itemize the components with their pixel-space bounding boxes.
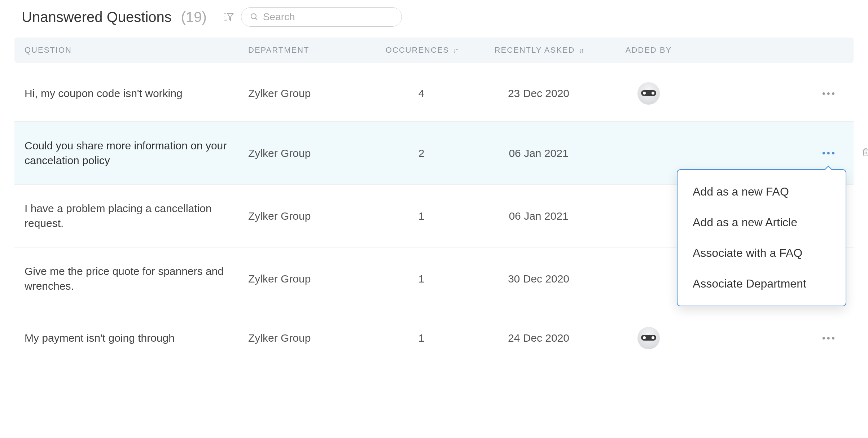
bot-avatar-icon [637, 82, 660, 105]
popover-item[interactable]: Associate with a FAQ [678, 238, 846, 268]
divider [215, 10, 215, 23]
search-icon [250, 13, 259, 21]
department-cell: Zylker Group [248, 273, 367, 285]
filter-icon[interactable] [223, 11, 234, 23]
sort-icon: ↓↑ [453, 46, 457, 54]
trash-icon[interactable] [861, 147, 868, 159]
svg-point-3 [251, 14, 256, 19]
department-cell: Zylker Group [248, 147, 367, 159]
col-recently-asked[interactable]: RECENTLY ASKED ↓↑ [475, 45, 602, 55]
col-question[interactable]: QUESTION [25, 45, 248, 55]
page-title: Unanswered Questions [22, 9, 172, 25]
popover-item[interactable]: Add as a new Article [678, 207, 846, 238]
more-actions-icon[interactable]: ••• [822, 148, 836, 159]
search-input[interactable] [263, 11, 393, 23]
sort-icon: ↓↑ [578, 46, 583, 54]
department-cell: Zylker Group [248, 87, 367, 100]
question-text: Give me the price quote for spanners and… [25, 264, 248, 293]
recently-asked-cell: 06 Jan 2021 [475, 210, 602, 222]
table-row[interactable]: Hi, my coupon code isn't workingZylker G… [14, 66, 854, 122]
recently-asked-cell: 23 Dec 2020 [475, 87, 602, 100]
col-added-by[interactable]: ADDED BY [602, 45, 696, 55]
row-actions: ••• [696, 333, 843, 344]
popover-item[interactable]: Associate Department [678, 268, 846, 299]
occurences-cell: 1 [367, 332, 475, 344]
question-text: Could you share more information on your… [25, 139, 248, 168]
page-count: (19) [181, 9, 207, 25]
department-cell: Zylker Group [248, 210, 367, 222]
question-text: I have a problem placing a cancellation … [25, 201, 248, 231]
popover-item[interactable]: Add as a new FAQ [678, 176, 846, 207]
question-text: My payment isn't going through [25, 331, 248, 346]
occurences-cell: 2 [367, 147, 475, 159]
recently-asked-cell: 06 Jan 2021 [475, 147, 602, 159]
bot-avatar-icon [637, 327, 660, 349]
occurences-cell: 4 [367, 87, 475, 100]
actions-popover: Add as a new FAQAdd as a new ArticleAsso… [677, 169, 846, 306]
col-department[interactable]: DEPARTMENT [248, 45, 367, 55]
table-header: QUESTION DEPARTMENT OCCURENCES ↓↑ RECENT… [14, 38, 854, 63]
col-recently-asked-label: RECENTLY ASKED [495, 45, 575, 55]
more-actions-icon[interactable]: ••• [822, 88, 836, 99]
added-by-cell [602, 327, 696, 349]
added-by-cell [602, 82, 696, 105]
recently-asked-cell: 30 Dec 2020 [475, 273, 602, 285]
row-actions: •••Add as a new FAQAdd as a new ArticleA… [696, 148, 843, 159]
search-box[interactable] [241, 7, 402, 27]
svg-line-4 [255, 18, 257, 20]
row-actions: ••• [696, 88, 843, 99]
table-row[interactable]: My payment isn't going throughZylker Gro… [14, 310, 854, 366]
table-row[interactable]: Could you share more information on your… [14, 122, 854, 185]
col-occurences[interactable]: OCCURENCES ↓↑ [367, 45, 475, 55]
more-actions-icon[interactable]: ••• [822, 333, 836, 344]
occurences-cell: 1 [367, 273, 475, 285]
col-occurences-label: OCCURENCES [386, 45, 449, 55]
department-cell: Zylker Group [248, 332, 367, 344]
recently-asked-cell: 24 Dec 2020 [475, 332, 602, 344]
occurences-cell: 1 [367, 210, 475, 222]
question-text: Hi, my coupon code isn't working [25, 86, 248, 101]
